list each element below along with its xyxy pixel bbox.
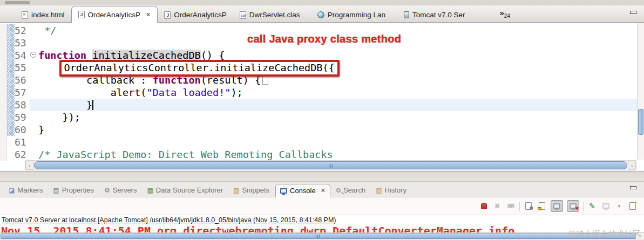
code-line-52: 52 */ bbox=[0, 24, 644, 37]
fold-column bbox=[30, 148, 38, 161]
code-text[interactable]: } bbox=[38, 99, 644, 111]
scroll-left-arrow-icon[interactable]: ‹ bbox=[25, 161, 33, 170]
window-top-strip bbox=[0, 0, 644, 5]
fold-column bbox=[30, 61, 38, 74]
js-file-icon bbox=[164, 11, 171, 19]
quickdiff-marker bbox=[7, 124, 15, 136]
pin-console-button[interactable]: ✎ bbox=[587, 200, 597, 212]
code-text[interactable]: } bbox=[38, 124, 644, 136]
chevron-down-icon: ▾ bbox=[618, 203, 621, 209]
vertical-scrollbar-thumb[interactable] bbox=[638, 109, 643, 135]
editor-horizontal-scrollbar[interactable]: ‹ › bbox=[25, 160, 636, 170]
console-process-header[interactable]: Tomcat v7.0 Server at localhost [Apache … bbox=[0, 215, 644, 224]
annotation-ruler[interactable] bbox=[0, 61, 7, 74]
annotation-ruler[interactable] bbox=[0, 86, 7, 99]
code-text[interactable]: OrderAnalyticsController.initializeCache… bbox=[38, 61, 644, 74]
line-number: 53 bbox=[15, 37, 30, 49]
tab-label: DwrServlet.clas bbox=[249, 11, 300, 19]
quickdiff-marker bbox=[7, 86, 15, 99]
tab-index-html[interactable]: index.html bbox=[15, 8, 71, 22]
scroll-right-arrow-icon[interactable]: › bbox=[635, 233, 644, 239]
quickdiff-empty bbox=[7, 148, 15, 161]
scroll-right-arrow-icon[interactable]: › bbox=[628, 161, 636, 170]
console-output[interactable]: Tomcat v7.0 Server at localhost [Apache … bbox=[0, 215, 644, 232]
annotation-ruler[interactable] bbox=[0, 148, 7, 161]
code-text[interactable]: /* JavaScript Demo: Direct Web Remoting … bbox=[38, 148, 644, 161]
show-stderr-toggle[interactable]: ✖ bbox=[567, 200, 579, 212]
minimize-console-icon[interactable] bbox=[630, 186, 636, 189]
annotation-ruler[interactable] bbox=[0, 74, 7, 86]
tab-label: index.html bbox=[31, 11, 65, 19]
annotation-ruler[interactable] bbox=[0, 49, 7, 61]
line-number: 55 bbox=[15, 61, 30, 74]
horizontal-scrollbar-thumb[interactable] bbox=[34, 161, 627, 169]
code-text[interactable] bbox=[38, 37, 644, 49]
editor-vertical-scrollbar[interactable] bbox=[637, 23, 644, 160]
console-horizontal-scrollbar[interactable]: › bbox=[0, 232, 644, 239]
remove-all-terminated-button[interactable]: ✖✖ bbox=[506, 200, 516, 212]
class-file-icon bbox=[240, 11, 246, 19]
fold-column bbox=[30, 99, 38, 111]
console-scrollbar-thumb[interactable] bbox=[1, 234, 635, 239]
display-selected-console-button[interactable] bbox=[601, 200, 611, 212]
tab-orderanalytics-2[interactable]: OrderAnalyticsP bbox=[158, 8, 233, 22]
annotation-ruler[interactable] bbox=[0, 111, 7, 124]
tab-dwrservlet[interactable]: DwrServlet.clas bbox=[233, 8, 307, 22]
tab-console-active[interactable]: Console ✕ bbox=[275, 184, 330, 197]
scrollbar-grip-icon bbox=[329, 164, 334, 168]
close-icon[interactable]: ✕ bbox=[146, 11, 151, 18]
console-monitor-icon bbox=[280, 188, 287, 194]
code-line-60: 60 } bbox=[0, 124, 644, 136]
code-text[interactable]: */ bbox=[38, 24, 644, 37]
show-stdout-toggle[interactable] bbox=[551, 200, 563, 212]
toolbar-drag-handle[interactable] bbox=[5, 1, 30, 4]
annotation-ruler[interactable] bbox=[0, 99, 7, 111]
pin-console-icon: ✎ bbox=[589, 202, 595, 210]
annotation-ruler[interactable] bbox=[0, 37, 7, 49]
remove-all-icon: ✖✖ bbox=[507, 202, 512, 210]
markers-icon: ◪ bbox=[9, 187, 15, 194]
code-line-53: 53 bbox=[0, 37, 644, 49]
history-icon: ▥ bbox=[376, 187, 382, 194]
remove-launch-button[interactable]: ✖ bbox=[492, 200, 502, 212]
tab-servers[interactable]: ⚙ Servers bbox=[100, 184, 141, 197]
tab-programming-lan[interactable]: Programming Lan bbox=[311, 8, 392, 22]
tab-label: Programming Lan bbox=[328, 11, 385, 19]
annotation-ruler[interactable] bbox=[0, 136, 7, 148]
annotation-ruler[interactable] bbox=[0, 124, 7, 136]
scroll-lock-button[interactable] bbox=[537, 200, 547, 212]
tab-data-source-explorer[interactable]: ▦ Data Source Explorer bbox=[143, 184, 227, 197]
fold-collapse-icon[interactable] bbox=[30, 52, 36, 58]
clear-console-button[interactable]: ✖ bbox=[524, 200, 533, 212]
line-number: 61 bbox=[15, 136, 30, 148]
annotation-ruler[interactable] bbox=[0, 24, 7, 37]
search-icon bbox=[336, 188, 341, 193]
minimize-editor-icon[interactable] bbox=[630, 11, 636, 14]
server-icon bbox=[404, 11, 409, 18]
close-icon[interactable]: ✕ bbox=[321, 187, 326, 194]
code-text[interactable] bbox=[38, 136, 644, 148]
open-console-button[interactable]: ✦ bbox=[628, 200, 638, 212]
code-text[interactable]: alert("Data loaded!"); bbox=[38, 86, 644, 99]
editor-console-splitter[interactable] bbox=[0, 171, 644, 182]
tab-tomcat-server[interactable]: Tomcat v7.0 Ser bbox=[397, 8, 472, 22]
tab-label: Tomcat v7.0 Ser bbox=[412, 11, 465, 19]
snippets-icon: ▧ bbox=[233, 187, 239, 194]
tab-overflow-chevron[interactable]: »24 bbox=[499, 8, 510, 22]
current-line-highlight: } bbox=[30, 99, 644, 111]
terminate-button[interactable] bbox=[479, 200, 489, 212]
tab-history[interactable]: ▥ History bbox=[371, 184, 411, 197]
code-editor[interactable]: call Java proxy class method 52 */ 53 bbox=[0, 23, 644, 171]
console-dropdown-button[interactable]: ▾ bbox=[614, 200, 624, 212]
servers-icon: ⚙ bbox=[104, 187, 110, 194]
tab-markers[interactable]: ◪ Markers bbox=[4, 184, 47, 197]
code-text[interactable]: }); bbox=[38, 111, 644, 124]
tab-orderanalytics-active[interactable]: OrderAnalyticsP ✕ bbox=[71, 6, 158, 23]
fold-column bbox=[30, 74, 38, 86]
tab-properties[interactable]: ▤ Properties bbox=[49, 184, 98, 197]
tab-snippets[interactable]: ▧ Snippets bbox=[229, 184, 274, 197]
code-line-62: 62 /* JavaScript Demo: Direct Web Remoti… bbox=[0, 148, 644, 161]
stdout-monitor-icon bbox=[553, 203, 560, 209]
tab-search[interactable]: Search bbox=[332, 184, 370, 197]
code-line-55: 55 OrderAnalyticsController.initializeCa… bbox=[0, 61, 644, 74]
